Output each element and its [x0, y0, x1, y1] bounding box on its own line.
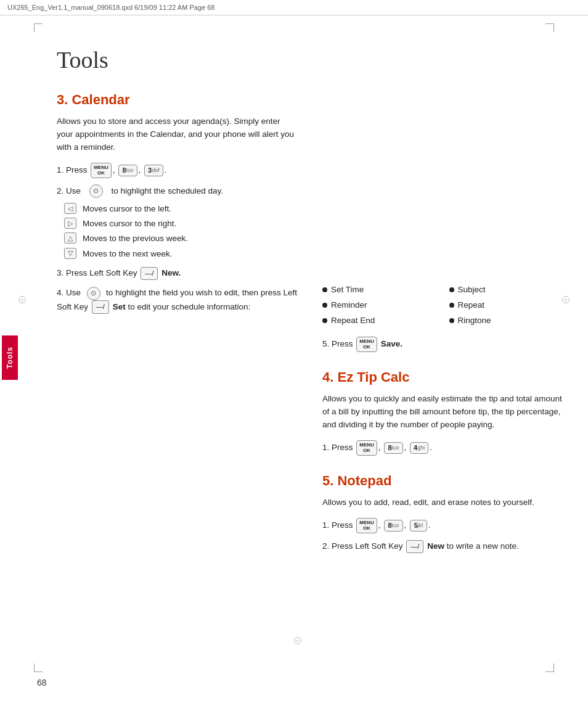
field-ringtone: Ringtone: [449, 314, 564, 328]
field-repeat-end: Repeat End: [322, 314, 437, 328]
step2-intro: 2. Use: [57, 184, 81, 198]
section3-body: Allows you to store and access your agen…: [57, 115, 298, 154]
menu-ok-key: MENU OK: [91, 163, 112, 178]
sec5-step2-end: to write a new note.: [447, 541, 519, 551]
step5-bold: Save.: [381, 339, 402, 348]
section4-step1: 1. Press MENU OK , 8 tuv, 4 ghi.: [322, 440, 563, 456]
left-soft-key-new: —/: [141, 267, 158, 281]
sidebar-tab: Tools: [0, 34, 20, 681]
nav-up-key: △: [64, 232, 76, 244]
field-set-time: Set Time: [322, 283, 437, 297]
section4-container: 4. Ez Tip Calc Allows you to quickly and…: [322, 369, 563, 456]
step3-text: 3. Press Left Soft Key: [57, 268, 137, 277]
section3-step2: 2. Use ⊙ to highlight the scheduled day.…: [57, 184, 298, 260]
sec5-step2-bold: New: [427, 541, 444, 551]
section5-step1: 1. Press MENU OK , 8 tuv, 5 jkl.: [322, 518, 563, 533]
step4-end: to edit your schedule information:: [128, 302, 250, 311]
page-number: 68: [37, 678, 47, 688]
page-title: Tools: [57, 46, 563, 73]
menu-ok-key-4: MENU OK: [356, 440, 377, 456]
nav-circle-key: ⊙: [89, 184, 103, 198]
nav-down-key: ▽: [64, 248, 76, 259]
step3-bold: New.: [161, 268, 181, 277]
section4-heading: 4. Ez Tip Calc: [322, 369, 563, 385]
nav-down-text: Moves to the next week.: [83, 248, 173, 260]
nav-item-right: ▷ Moves cursor to the right.: [63, 218, 298, 230]
sec4-step1-text: 1. Press: [322, 443, 353, 452]
bullet-dot: [449, 303, 454, 308]
sec5-step2-text: 2. Press Left Soft Key: [322, 541, 403, 551]
nav-item-up: △ Moves to the previous week.: [63, 232, 298, 245]
header-text: UX265_Eng_Ver1.1_manual_090618.qxd 6/19/…: [7, 4, 214, 11]
menu-ok-key-save: MENU OK: [356, 337, 377, 352]
bullet-dot: [322, 287, 327, 292]
left-soft-key-set: —/: [92, 300, 109, 314]
field-repeat: Repeat: [449, 298, 564, 313]
nav-circle-key2: ⊙: [87, 287, 100, 300]
nav-left-key: ◁: [64, 203, 76, 214]
step1-text: 1. Press: [57, 165, 88, 174]
menu-ok-key-5: MENU OK: [356, 518, 377, 533]
key-3def: 3 def: [144, 165, 163, 176]
key-5jkl: 5 jkl: [410, 520, 427, 531]
field-reminder: Reminder: [322, 298, 437, 313]
section3-heading: 3. Calendar: [57, 92, 298, 108]
sidebar-label: Tools: [2, 335, 18, 380]
nav-up-text: Moves to the previous week.: [83, 232, 188, 245]
fields-grid: Set Time Subject Reminder Repeat: [322, 283, 563, 328]
step5-text: 5. Press: [322, 339, 353, 348]
section5-step2: 2. Press Left Soft Key —/ New to write a…: [322, 540, 563, 553]
section3-step3: 3. Press Left Soft Key —/ New.: [57, 266, 298, 280]
key-8tuv-4: 8 tuv: [384, 442, 402, 453]
nav-item-down: ▽ Moves to the next week.: [63, 248, 298, 260]
section5-heading: 5. Notepad: [322, 473, 563, 489]
nav-right-text: Moves cursor to the right.: [83, 218, 176, 230]
bullet-dot: [449, 287, 454, 292]
col-right: Set Time Subject Reminder Repeat: [322, 92, 563, 657]
nav-right-key: ▷: [64, 218, 76, 229]
bullet-dot: [449, 318, 454, 323]
nav-list: ◁ Moves cursor to the left. ▷ Moves curs…: [63, 203, 298, 260]
section4-body: Allows you to quickly and easily estimat…: [322, 393, 563, 432]
step2-nav: to highlight the scheduled day.: [112, 184, 223, 198]
bullet-dot: [322, 303, 327, 308]
section3-step5: 5. Press MENU OK Save.: [322, 337, 563, 352]
key-8tuv-5: 8 tuv: [384, 520, 402, 531]
main-content: Tools 3. Calendar Allows you to store an…: [20, 34, 588, 681]
field-subject: Subject: [449, 283, 564, 297]
section3-step1: 1. Press MENU OK , 8 tuv, 3 def.: [57, 163, 298, 178]
nav-left-text: Moves cursor to the left.: [83, 203, 171, 215]
fields-grid-container: Set Time Subject Reminder Repeat: [322, 283, 563, 352]
step4-intro: 4. Use: [57, 288, 81, 297]
left-soft-key-new2: —/: [406, 540, 423, 554]
section3-step4: 4. Use ⊙ to highlight the field you wish…: [57, 286, 298, 314]
key-4ghi: 4 ghi: [410, 442, 428, 453]
col-left: 3. Calendar Allows you to store and acce…: [57, 92, 298, 657]
bullet-dot: [322, 318, 327, 323]
nav-item-left: ◁ Moves cursor to the left.: [63, 203, 298, 215]
key-8tuv: 8 tuv: [118, 165, 137, 176]
step4-bold: Set: [113, 302, 126, 311]
section5-body: Allows you to add, read, edit, and erase…: [322, 496, 563, 509]
header-bar: UX265_Eng_Ver1.1_manual_090618.qxd 6/19/…: [0, 0, 588, 15]
section5-container: 5. Notepad Allows you to add, read, edit…: [322, 473, 563, 553]
sec5-step1-text: 1. Press: [322, 520, 353, 530]
